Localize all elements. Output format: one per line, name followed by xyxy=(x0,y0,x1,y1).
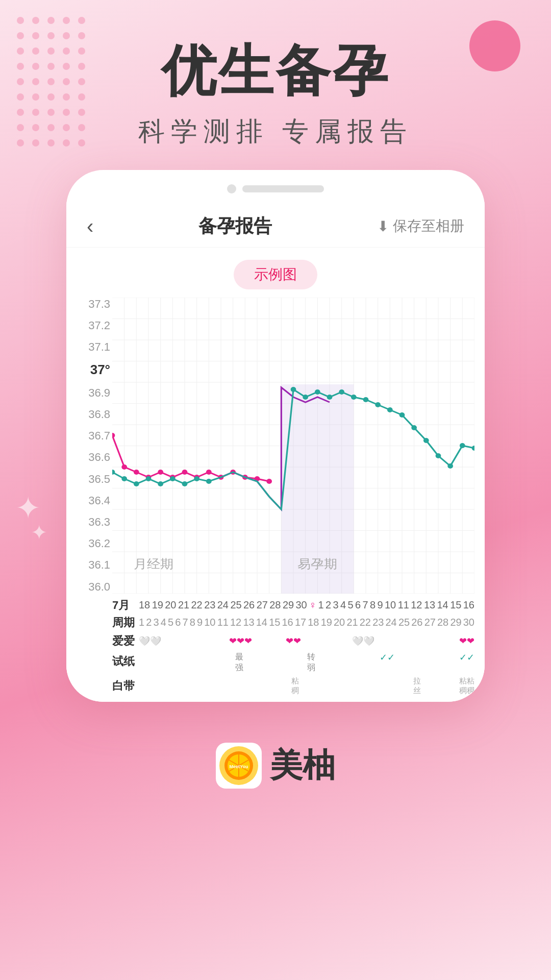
app-header: ‹ 备孕报告 ⬇ 保存至相册 xyxy=(66,202,485,248)
y-label-365: 36.5 xyxy=(70,473,110,486)
svg-text:月经期: 月经期 xyxy=(134,557,173,571)
y-axis: 37.3 37.2 37.1 37° 36.9 36.8 36.7 36.6 3… xyxy=(70,298,110,594)
love-row: 爱爱 🤍🤍 ❤❤❤ ❤❤ 🤍🤍 xyxy=(66,630,485,649)
svg-point-111 xyxy=(170,476,176,481)
date-numbers: 18192021222324252627282930♀1234567891011… xyxy=(139,599,474,611)
temperature-chart: 月经期 易孕期 xyxy=(112,298,474,594)
svg-point-105 xyxy=(266,479,272,484)
hero-subtitle: 科学测排 专属报告 xyxy=(0,114,551,150)
svg-text:MeetYou: MeetYou xyxy=(230,764,248,769)
svg-point-93 xyxy=(121,464,127,470)
y-label-373: 37.3 xyxy=(70,298,110,311)
test-data: 最强 转弱 ✓✓ ✓✓ xyxy=(139,652,474,673)
svg-point-109 xyxy=(146,476,152,481)
svg-point-127 xyxy=(436,453,441,458)
y-label-364: 36.4 xyxy=(70,494,110,507)
svg-point-100 xyxy=(206,470,212,475)
svg-point-118 xyxy=(327,395,333,400)
y-label-367: 36.7 xyxy=(70,429,110,443)
svg-point-119 xyxy=(339,389,344,395)
svg-point-125 xyxy=(411,425,417,430)
app-title: 备孕报告 xyxy=(198,214,272,239)
svg-point-124 xyxy=(399,412,405,418)
chart-container: 37.3 37.2 37.1 37° 36.9 36.8 36.7 36.6 3… xyxy=(66,298,485,594)
svg-point-123 xyxy=(387,407,393,412)
week-numbers: 1234567891011121314151617181920212223242… xyxy=(139,617,474,628)
svg-point-120 xyxy=(351,395,357,400)
date-row-container: 7月 18192021222324252627282930♀1234567891… xyxy=(66,594,485,613)
svg-point-96 xyxy=(158,470,163,475)
branding-section: MeetYou 美柚 xyxy=(0,722,551,819)
svg-point-112 xyxy=(182,481,188,486)
svg-point-113 xyxy=(194,476,199,481)
svg-point-117 xyxy=(315,389,320,395)
app-logo: MeetYou xyxy=(216,743,262,789)
save-icon: ⬇ xyxy=(377,218,389,235)
svg-point-121 xyxy=(363,397,369,402)
y-label-372: 37.2 xyxy=(70,319,110,332)
y-label-37: 37° xyxy=(70,362,110,378)
y-label-368: 36.8 xyxy=(70,408,110,421)
discharge-data: 粘稠 拉丝 粘粘稠稠 xyxy=(139,676,474,696)
svg-point-108 xyxy=(134,481,139,486)
svg-point-98 xyxy=(182,470,188,475)
hero-title: 优生备孕 xyxy=(0,41,551,102)
discharge-row: 白带 粘稠 拉丝 粘粘稠稠 xyxy=(66,673,485,702)
svg-point-116 xyxy=(303,395,308,400)
save-label: 保存至相册 xyxy=(393,216,464,236)
test-label: 试纸 xyxy=(112,652,139,669)
notch-camera xyxy=(227,184,236,193)
svg-point-128 xyxy=(447,463,453,469)
svg-point-92 xyxy=(112,433,115,438)
svg-point-122 xyxy=(375,402,381,407)
svg-point-114 xyxy=(206,479,212,484)
svg-point-110 xyxy=(158,481,163,486)
save-button[interactable]: ⬇ 保存至相册 xyxy=(377,216,464,236)
test-row: 试纸 最强 转弱 ✓✓ ✓✓ xyxy=(66,649,485,673)
svg-point-130 xyxy=(472,446,474,451)
month-label: 7月 xyxy=(112,598,139,613)
phone-mockup: ‹ 备孕报告 ⬇ 保存至相册 示例图 37.3 37.2 37.1 37° xyxy=(66,170,485,702)
y-label-362: 36.2 xyxy=(70,537,110,550)
phone-notch xyxy=(66,184,485,193)
y-label-361: 36.1 xyxy=(70,558,110,572)
love-label: 爱爱 xyxy=(112,633,139,649)
hero-section: 优生备孕 科学测排 专属报告 xyxy=(0,0,551,170)
svg-point-94 xyxy=(134,470,139,475)
y-label-366: 36.6 xyxy=(70,451,110,464)
week-row-container: 周期 1234567891011121314151617181920212223… xyxy=(66,613,485,630)
svg-text:易孕期: 易孕期 xyxy=(297,557,337,571)
back-button[interactable]: ‹ xyxy=(87,215,93,238)
brand-name: 美柚 xyxy=(270,743,335,788)
app-screen: ‹ 备孕报告 ⬇ 保存至相册 示例图 37.3 37.2 37.1 37° xyxy=(66,202,485,702)
y-label-360: 36.0 xyxy=(70,580,110,594)
y-label-369: 36.9 xyxy=(70,386,110,400)
week-row-label: 周期 xyxy=(112,615,139,630)
svg-point-129 xyxy=(460,443,465,448)
discharge-label: 白带 xyxy=(112,676,139,694)
svg-point-115 xyxy=(291,387,296,392)
love-data: 🤍🤍 ❤❤❤ ❤❤ 🤍🤍 ❤❤ xyxy=(139,635,474,647)
notch-bar xyxy=(242,185,324,192)
svg-point-126 xyxy=(423,438,429,443)
example-badge: 示例图 xyxy=(234,260,317,289)
svg-point-107 xyxy=(121,476,127,481)
y-label-371: 37.1 xyxy=(70,340,110,354)
example-badge-container: 示例图 xyxy=(66,260,485,289)
y-label-363: 36.3 xyxy=(70,516,110,529)
